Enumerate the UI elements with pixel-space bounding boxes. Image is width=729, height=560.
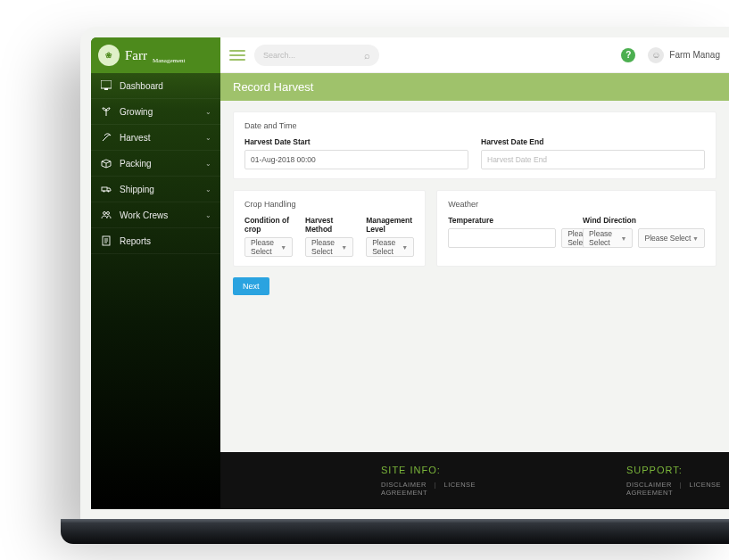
field-label: Harvest Method: [305, 216, 353, 234]
nav-list: Dashboard Growing ⌄ Harvest ⌄ Packi: [91, 73, 220, 254]
svg-point-3: [104, 191, 105, 193]
sidebar-item-dashboard[interactable]: Dashboard: [91, 73, 220, 99]
brand-name: Farr: [125, 48, 147, 63]
chevron-down-icon: ▼: [621, 235, 627, 242]
content: Date and Time Harvest Date Start Harvest…: [220, 101, 729, 452]
sidebar: ❀ Farr Management Dashboard Growing ⌄: [91, 37, 220, 509]
svg-rect-2: [102, 187, 107, 191]
topbar: ⌕ ? ☺ Farm Manag: [220, 37, 729, 73]
panel-date-time: Date and Time Harvest Date Start Harvest…: [233, 111, 717, 179]
sidebar-item-label: Growing: [120, 107, 153, 117]
field-harvest-method: Harvest Method Please Select▼: [305, 216, 353, 257]
app-shell: ❀ Farr Management Dashboard Growing ⌄: [91, 37, 729, 509]
chevron-down-icon: ⌄: [205, 211, 211, 219]
sidebar-item-work-crews[interactable]: Work Crews ⌄: [91, 202, 220, 228]
panel-title: Date and Time: [244, 121, 705, 130]
panel-title: Weather: [448, 200, 705, 209]
chevron-down-icon: ⌄: [205, 134, 211, 142]
field-label: Temperature: [448, 216, 570, 225]
laptop-base: [61, 519, 729, 544]
chevron-down-icon: ▼: [341, 244, 347, 251]
footer-heading: SITE INFO:: [381, 465, 484, 475]
brand-subtitle: Management: [153, 57, 186, 64]
main-area: ⌕ ? ☺ Farm Manag Record Harvest Date and…: [220, 37, 729, 509]
field-label: Harvest Date Start: [244, 137, 468, 146]
plant-icon: [100, 105, 112, 118]
harvest-date-end-input[interactable]: [481, 150, 705, 169]
box-icon: [100, 157, 112, 169]
sidebar-item-label: Harvest: [120, 133, 150, 143]
dashboard-icon: [100, 79, 112, 92]
harvest-method-select[interactable]: Please Select▼: [305, 237, 353, 257]
sidebar-item-growing[interactable]: Growing ⌄: [91, 99, 220, 125]
field-temperature: Temperature Please Select▼: [448, 216, 570, 248]
svg-rect-0: [101, 80, 112, 88]
svg-point-5: [104, 212, 106, 215]
brand[interactable]: ❀ Farr Management: [91, 37, 220, 73]
chevron-down-icon: ▼: [402, 244, 408, 251]
field-label: Condition of crop: [244, 216, 293, 234]
document-icon: [100, 235, 112, 247]
field-harvest-date-start: Harvest Date Start: [244, 137, 468, 169]
sidebar-item-label: Reports: [120, 236, 151, 246]
footer-heading: SUPPORT:: [626, 465, 729, 475]
condition-of-crop-select[interactable]: Please Select▼: [244, 237, 293, 257]
sidebar-item-label: Dashboard: [120, 81, 163, 91]
sidebar-item-harvest[interactable]: Harvest ⌄: [91, 125, 220, 151]
footer-support: SUPPORT: DISCLAIMER | LICENSE AGREEMENT: [626, 465, 729, 497]
svg-point-4: [108, 191, 110, 193]
scythe-icon: [100, 131, 112, 144]
chevron-down-icon: ⌄: [205, 160, 211, 168]
panel-crop-handling: Crop Handling Condition of crop Please S…: [233, 190, 426, 267]
footer-link-disclaimer[interactable]: DISCLAIMER: [626, 481, 672, 489]
avatar-icon: ☺: [648, 47, 664, 63]
wind-direction-select[interactable]: Please Select▼: [638, 228, 705, 248]
footer: SITE INFO: DISCLAIMER | LICENSE AGREEMEN…: [220, 452, 729, 509]
sidebar-item-reports[interactable]: Reports: [91, 228, 220, 254]
chevron-down-icon: ⌄: [205, 185, 211, 194]
field-harvest-date-end: Harvest Date End: [481, 137, 705, 169]
svg-point-6: [107, 212, 110, 215]
sidebar-item-label: Packing: [120, 159, 152, 169]
temperature-input[interactable]: [448, 228, 556, 248]
field-wind-direction: Wind Direction Please Select▼ Please Sel…: [583, 216, 705, 248]
chevron-down-icon: ⌄: [205, 108, 211, 116]
sidebar-item-label: Shipping: [120, 185, 154, 194]
user-name: Farm Manag: [669, 50, 720, 60]
search-input[interactable]: [263, 51, 364, 60]
panel-weather: Weather Temperature Please Select▼: [436, 190, 717, 267]
screen: ❀ Farr Management Dashboard Growing ⌄: [91, 37, 729, 509]
truck-icon: [100, 183, 112, 195]
sidebar-item-label: Work Crews: [120, 210, 168, 220]
field-label: Wind Direction: [583, 216, 705, 225]
panel-title: Crop Handling: [244, 200, 414, 209]
help-icon[interactable]: ?: [621, 48, 635, 62]
chevron-down-icon: ▼: [692, 235, 699, 242]
field-label: Management Level: [366, 216, 414, 234]
menu-toggle-icon[interactable]: [229, 50, 245, 61]
field-label: Harvest Date End: [481, 137, 705, 146]
page-title: Record Harvest: [220, 73, 729, 101]
sidebar-item-packing[interactable]: Packing ⌄: [91, 151, 220, 177]
field-management-level: Management Level Please Select▼: [366, 216, 414, 257]
wind-speed-select[interactable]: Please Select▼: [583, 228, 633, 248]
sidebar-item-shipping[interactable]: Shipping ⌄: [91, 177, 220, 202]
search-icon: ⌕: [364, 50, 370, 61]
footer-site-info: SITE INFO: DISCLAIMER | LICENSE AGREEMEN…: [381, 465, 484, 497]
management-level-select[interactable]: Please Select▼: [366, 237, 414, 257]
search-box[interactable]: ⌕: [254, 45, 379, 66]
field-condition-of-crop: Condition of crop Please Select▼: [244, 216, 293, 257]
people-icon: [100, 209, 112, 221]
footer-link-disclaimer[interactable]: DISCLAIMER: [381, 481, 427, 489]
chevron-down-icon: ▼: [280, 244, 286, 251]
harvest-date-start-input[interactable]: [244, 150, 468, 169]
brand-logo-icon: ❀: [98, 45, 120, 66]
user-menu[interactable]: ☺ Farm Manag: [648, 47, 720, 63]
laptop-frame: ❀ Farr Management Dashboard Growing ⌄: [80, 27, 729, 520]
next-button[interactable]: Next: [233, 277, 269, 295]
svg-rect-1: [104, 88, 108, 90]
